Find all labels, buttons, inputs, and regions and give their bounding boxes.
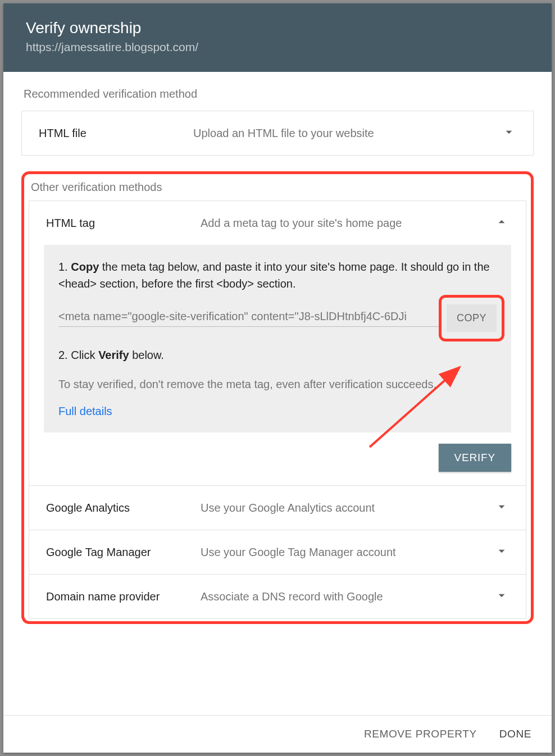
step-2: 2. Click Verify below.: [58, 347, 497, 363]
method-desc: Upload an HTML file to your website: [193, 127, 502, 140]
method-desc: Use your Google Tag Manager account: [201, 546, 494, 559]
copy-button-wrap: COPY: [447, 304, 497, 332]
method-google-tag-manager[interactable]: Google Tag Manager Use your Google Tag M…: [29, 530, 526, 575]
dialog-header: Verify ownership https://jamessatire.blo…: [3, 3, 552, 72]
chevron-up-icon: [494, 215, 509, 231]
verify-ownership-dialog: Verify ownership https://jamessatire.blo…: [3, 3, 552, 753]
method-name: Domain name provider: [46, 590, 201, 603]
stay-verified-note: To stay verified, don't remove the meta …: [58, 376, 497, 393]
method-name: HTML tag: [46, 217, 201, 230]
verify-button[interactable]: VERIFY: [439, 444, 511, 472]
method-name: HTML file: [39, 127, 193, 140]
meta-tag-text[interactable]: <meta name="google-site-verification" co…: [58, 310, 441, 327]
full-details-link[interactable]: Full details: [58, 405, 112, 417]
remove-property-button[interactable]: REMOVE PROPERTY: [364, 728, 477, 740]
method-desc: Add a meta tag to your site's home page: [201, 217, 494, 230]
method-name: Google Tag Manager: [46, 546, 201, 559]
copy-button[interactable]: COPY: [447, 304, 497, 332]
method-google-analytics[interactable]: Google Analytics Use your Google Analyti…: [29, 486, 526, 530]
dialog-title: Verify ownership: [26, 19, 529, 37]
chevron-down-icon: [494, 588, 509, 605]
arrow-annotation-icon: [358, 357, 476, 458]
verify-row: VERIFY: [29, 444, 526, 485]
method-domain-name-provider[interactable]: Domain name provider Associate a DNS rec…: [29, 575, 526, 618]
dialog-footer: REMOVE PROPERTY DONE: [3, 715, 552, 753]
recommended-heading: Recommended verification method: [21, 88, 534, 101]
method-html-tag-block: HTML tag Add a meta tag to your site's h…: [29, 201, 526, 486]
method-name: Google Analytics: [46, 502, 201, 514]
html-tag-panel: 1. Copy the meta tag below, and paste it…: [44, 245, 511, 432]
dialog-subtitle: https://jamessatire.blogspot.com/: [26, 40, 529, 54]
method-desc: Associate a DNS record with Google: [201, 590, 494, 603]
recommended-card: HTML file Upload an HTML file to your we…: [21, 111, 534, 156]
chevron-down-icon: [494, 544, 509, 561]
method-html-tag[interactable]: HTML tag Add a meta tag to your site's h…: [29, 201, 526, 245]
dialog-body: Recommended verification method HTML fil…: [3, 72, 552, 715]
other-methods-card: HTML tag Add a meta tag to your site's h…: [29, 201, 526, 619]
done-button[interactable]: DONE: [499, 728, 531, 740]
method-html-file[interactable]: HTML file Upload an HTML file to your we…: [22, 111, 533, 155]
meta-tag-row: <meta name="google-site-verification" co…: [58, 304, 497, 332]
other-heading: Other verification methods: [29, 181, 526, 194]
other-methods-highlight: Other verification methods HTML tag Add …: [21, 171, 534, 624]
chevron-down-icon: [494, 499, 509, 516]
step-1: 1. Copy the meta tag below, and paste it…: [58, 258, 497, 292]
method-desc: Use your Google Analytics account: [201, 502, 494, 514]
chevron-down-icon: [502, 125, 516, 142]
